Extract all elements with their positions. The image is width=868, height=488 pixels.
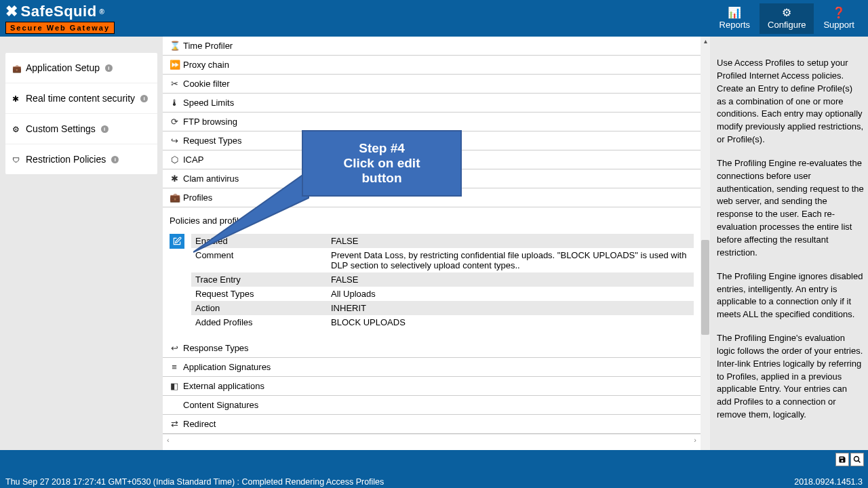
list-icon: ≡ — [170, 362, 179, 372]
instruction-callout: Step #4 Click on edit button — [302, 130, 462, 197]
refresh-icon: ⟳ — [170, 117, 179, 127]
thermometer-icon: 🌡 — [170, 98, 179, 108]
sliders-icon — [12, 123, 22, 134]
info-icon: i — [111, 156, 119, 163]
nav-support[interactable]: ❓ Support — [815, 3, 863, 34]
sidebar-left: Application Setup i Real time content se… — [0, 37, 163, 450]
search-icon — [853, 455, 861, 464]
forward-icon: ⏩ — [170, 60, 179, 70]
brand-tagline: Secure Web Gateway — [5, 22, 115, 34]
nav-reports[interactable]: 📊 Reports — [711, 3, 759, 34]
footer: Thu Sep 27 2018 17:27:41 GMT+0530 (India… — [0, 450, 868, 488]
acc-content-signatures[interactable]: Content Signatures — [163, 396, 701, 415]
header: ✖ SafeSquid® Secure Web Gateway 📊 Report… — [0, 0, 868, 37]
nav-configure[interactable]: ⚙ Configure — [760, 3, 814, 34]
table-row: ActionINHERIT — [191, 301, 694, 315]
sidebar-item-custom[interactable]: Custom Settings i — [5, 114, 157, 144]
shield-icon — [12, 154, 22, 165]
svg-point-1 — [854, 457, 859, 462]
scroll-right-icon[interactable]: › — [694, 436, 696, 444]
table-row: Trace EntryFALSE — [191, 272, 694, 287]
acc-speed-limits[interactable]: 🌡Speed Limits — [163, 94, 701, 113]
status-text: Thu Sep 27 2018 17:27:41 GMT+0530 (India… — [5, 477, 384, 487]
sidebar-item-app-setup[interactable]: Application Setup i — [5, 53, 157, 83]
sidebar-item-realtime[interactable]: Real time content security i — [5, 83, 157, 114]
scroll-up-icon[interactable]: ▴ — [701, 37, 710, 46]
callout-arrow-icon — [193, 171, 315, 266]
info-icon: i — [101, 125, 108, 133]
acc-app-signatures[interactable]: ≡Application Signatures — [163, 358, 701, 377]
save-icon — [838, 455, 846, 464]
arrow-right-icon: ↪ — [170, 136, 179, 146]
chart-icon: 📊 — [728, 7, 741, 18]
table-row: Request TypesAll Uploads — [191, 287, 694, 301]
callout-text: Click on edit button — [323, 156, 440, 186]
brand-name: SafeSquid — [21, 3, 97, 20]
briefcase-icon — [12, 62, 22, 73]
acc-cookie-filter[interactable]: ✂Cookie filter — [163, 75, 701, 94]
svg-marker-0 — [193, 171, 309, 252]
callout-title: Step #4 — [323, 141, 440, 156]
help-paragraph: The Profiling Engine's evaluation logic … — [717, 332, 864, 422]
help-paragraph: The Profiling Engine re-evaluates the co… — [717, 157, 864, 260]
scroll-left-icon[interactable]: ‹ — [167, 436, 170, 444]
help-paragraph: The Profiling Engine ignores disabled en… — [717, 270, 864, 321]
info-icon: i — [105, 64, 113, 72]
save-button[interactable] — [835, 453, 849, 466]
edit-icon — [172, 237, 182, 246]
hexagon-icon: ⬡ — [170, 155, 179, 165]
help-paragraph: Use Access Profiles to setup your Profil… — [717, 57, 864, 146]
brand-icon: ✖ — [5, 3, 18, 20]
asterisk-icon: ✱ — [170, 174, 179, 184]
search-button[interactable] — [850, 453, 864, 466]
version-text: 2018.0924.1451.3 — [794, 477, 863, 487]
top-nav: 📊 Reports ⚙ Configure ❓ Support — [711, 3, 863, 34]
edit-button[interactable] — [170, 234, 184, 249]
brand-reg: ® — [100, 8, 105, 16]
arrow-left-icon: ↩ — [170, 343, 179, 353]
info-icon: i — [140, 95, 148, 102]
scroll-thumb[interactable] — [701, 240, 709, 335]
help-icon: ❓ — [832, 7, 846, 18]
acc-redirect[interactable]: ⇄Redirect — [163, 415, 701, 434]
brand-logo: ✖ SafeSquid® Secure Web Gateway — [5, 3, 115, 34]
briefcase-icon: 💼 — [170, 192, 179, 203]
vertical-scrollbar[interactable]: ▴ — [701, 37, 710, 450]
table-row: Added ProfilesBLOCK UPLOADS — [191, 315, 694, 329]
gear-icon: ⚙ — [782, 7, 791, 18]
app-icon: ◧ — [170, 381, 179, 391]
main-area: Application Setup i Real time content se… — [0, 37, 868, 450]
svg-line-2 — [859, 461, 861, 463]
acc-ftp-browsing[interactable]: ⟳FTP browsing — [163, 113, 701, 131]
bug-icon — [12, 93, 22, 104]
shuffle-icon: ⇄ — [170, 419, 179, 429]
sidebar-item-restriction[interactable]: Restriction Policies i — [5, 144, 157, 174]
help-panel: Use Access Profiles to setup your Profil… — [710, 37, 868, 450]
acc-external-apps[interactable]: ◧External applications — [163, 377, 701, 396]
horizontal-scrollbar[interactable]: ‹ › — [163, 434, 701, 445]
acc-proxy-chain[interactable]: ⏩Proxy chain — [163, 56, 701, 75]
acc-response-types[interactable]: ↩Response Types — [163, 339, 701, 358]
hourglass-icon: ⌛ — [170, 41, 179, 51]
acc-time-profiler[interactable]: ⌛Time Profiler — [163, 37, 701, 56]
scissors-icon: ✂ — [170, 79, 179, 89]
